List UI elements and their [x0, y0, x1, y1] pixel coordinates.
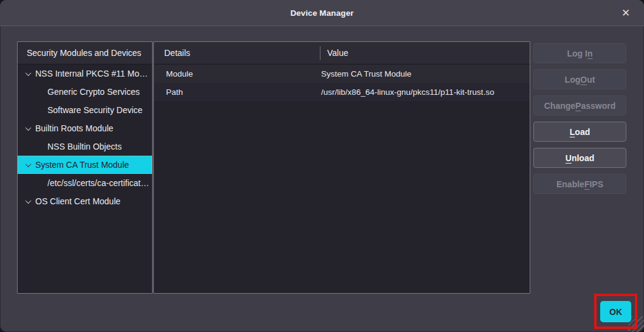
button-label: assword — [581, 101, 615, 111]
button-label: ut — [587, 75, 595, 85]
detail-value: /usr/lib/x86_64-linux-gnu/pkcs11/p11-kit… — [321, 88, 494, 97]
chevron-down-icon — [23, 196, 33, 206]
log-out-button[interactable]: Log Out — [533, 69, 626, 89]
dialog-title: Device Manager — [0, 0, 644, 26]
button-label: Log I — [567, 49, 587, 58]
button-label: Enable — [556, 179, 584, 189]
chevron-down-icon — [23, 69, 33, 78]
security-modules-tree: Security Modules and Devices NSS Interna… — [17, 41, 153, 294]
detail-value: System CA Trust Module — [321, 69, 412, 78]
tree-item-label: System CA Trust Module — [35, 160, 129, 170]
tree-item-label: Software Security Device — [47, 105, 142, 115]
button-accesskey: O — [580, 75, 587, 85]
tree-item-os-client-cert[interactable]: OS Client Cert Module — [18, 192, 152, 210]
button-label: oad — [575, 127, 590, 137]
tree-header: Security Modules and Devices — [18, 42, 152, 64]
tree-item-system-ca-trust[interactable]: System CA Trust Module — [18, 156, 152, 174]
button-label: nload — [572, 153, 594, 163]
tree-item-label: /etc/ssl/certs/ca-certificat… — [47, 178, 149, 188]
tree-item-label: NSS Builtin Objects — [47, 142, 122, 151]
detail-row-path[interactable]: Path /usr/lib/x86_64-linux-gnu/pkcs11/p1… — [154, 83, 530, 101]
ok-button[interactable]: OK — [600, 301, 631, 322]
tree-item-label: NSS Internal PKCS #11 Mod… — [35, 69, 152, 78]
close-icon[interactable]: ✕ — [617, 4, 635, 22]
button-label: Change — [544, 101, 575, 111]
button-label: IPS — [589, 179, 603, 189]
tree-item-nss-internal[interactable]: NSS Internal PKCS #11 Mod… — [18, 64, 152, 83]
chevron-down-icon — [23, 123, 33, 133]
enable-fips-button[interactable]: Enable FIPS — [533, 174, 626, 194]
tree-item-etc-ssl-certs[interactable]: /etc/ssl/certs/ca-certificat… — [18, 174, 152, 192]
unload-button[interactable]: Unload — [533, 148, 626, 168]
tree-item-generic-crypto[interactable]: Generic Crypto Services — [18, 83, 152, 101]
detail-field: Path — [154, 88, 183, 97]
load-button[interactable]: Load — [533, 122, 626, 142]
button-accesskey: F — [584, 179, 590, 189]
button-accesskey: L — [570, 127, 575, 137]
details-panel: Details Value Module System CA Trust Mod… — [153, 41, 530, 294]
button-label: Log — [565, 75, 581, 85]
tree-item-label: Generic Crypto Services — [47, 87, 140, 97]
column-divider — [320, 46, 320, 60]
button-accesskey: U — [566, 153, 572, 163]
titlebar: Device Manager ✕ — [0, 0, 644, 26]
tree-item-label: Builtin Roots Module — [35, 123, 113, 133]
button-accesskey: P — [575, 101, 581, 111]
tree-item-nss-builtin-objects[interactable]: NSS Builtin Objects — [18, 137, 152, 156]
details-column-headers: Details Value — [154, 42, 530, 64]
chevron-down-icon — [23, 160, 33, 170]
detail-field: Module — [154, 69, 193, 78]
tree-item-label: OS Client Cert Module — [35, 196, 120, 206]
detail-row-module[interactable]: Module System CA Trust Module — [154, 64, 530, 83]
button-accesskey: n — [587, 49, 593, 58]
device-manager-dialog: Device Manager ✕ Security Modules and De… — [0, 0, 644, 332]
change-password-button[interactable]: Change Password — [533, 95, 626, 116]
tree-item-builtin-roots[interactable]: Builtin Roots Module — [18, 119, 152, 137]
tree-item-software-security[interactable]: Software Security Device — [18, 101, 152, 119]
column-header-details: Details — [164, 48, 190, 58]
log-in-button[interactable]: Log In — [533, 43, 626, 63]
column-header-value: Value — [327, 42, 348, 64]
